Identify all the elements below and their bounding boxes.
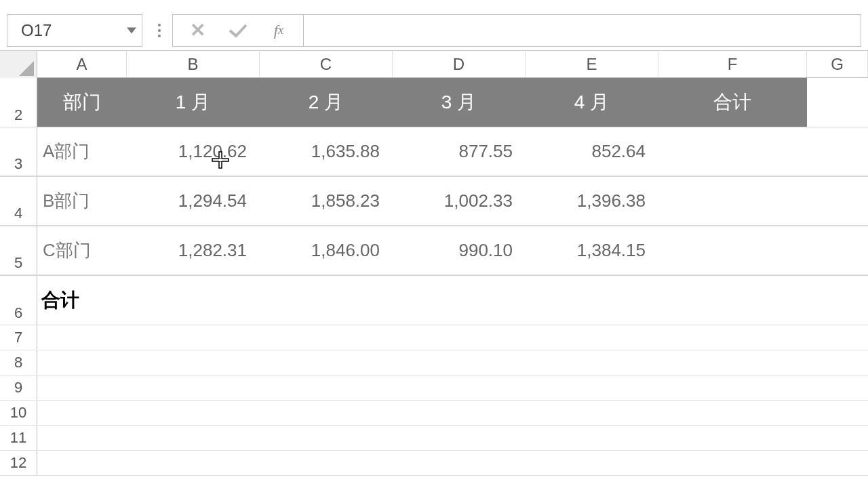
name-box-value: O17: [21, 21, 52, 40]
table-row: 3 A部门 1,120.62 1,635.88 877.55 852.64: [0, 127, 868, 177]
rows: 2 部门 1 月 2 月 3 月 4 月 合计 3 A部门 1,120.62 1…: [0, 78, 868, 476]
cell-dept[interactable]: A部门: [37, 127, 127, 176]
row-header-3[interactable]: 3: [0, 127, 37, 176]
cell-value[interactable]: 1,635.88: [260, 127, 393, 176]
col-header-A[interactable]: A: [37, 51, 127, 77]
col-header-C[interactable]: C: [260, 51, 393, 77]
cell-value[interactable]: [127, 276, 260, 325]
cell-value[interactable]: 877.55: [393, 127, 526, 176]
total-label[interactable]: 合计: [37, 276, 127, 325]
header-month4[interactable]: 4 月: [526, 78, 658, 127]
row-header-4[interactable]: 4: [0, 177, 37, 225]
cell-value[interactable]: 1,384.15: [526, 226, 658, 274]
cell-value[interactable]: [658, 226, 807, 274]
empty-row: 7: [0, 325, 868, 350]
select-all-corner[interactable]: [0, 51, 37, 78]
enter-icon[interactable]: [218, 15, 258, 46]
empty-row: 12: [0, 451, 868, 476]
row-header-11[interactable]: 11: [0, 426, 37, 450]
col-header-B[interactable]: B: [127, 51, 260, 77]
row-header-6[interactable]: 6: [0, 276, 37, 325]
col-header-G[interactable]: G: [807, 51, 868, 77]
cell-value[interactable]: [526, 276, 658, 325]
cell-value[interactable]: 1,002.33: [393, 177, 526, 225]
cell-value[interactable]: 1,120.62: [127, 127, 260, 176]
cell-value[interactable]: [658, 276, 807, 325]
cell-value[interactable]: [658, 177, 807, 225]
formula-bar: O17 ✕ fx: [0, 10, 868, 51]
cell-value[interactable]: [658, 127, 807, 176]
column-headers: A B C D E F G: [0, 51, 868, 78]
cell-value[interactable]: 852.64: [526, 127, 658, 176]
header-total[interactable]: 合计: [658, 78, 807, 127]
col-header-F[interactable]: F: [658, 51, 807, 77]
cancel-icon[interactable]: ✕: [177, 15, 218, 46]
cell-value[interactable]: 1,846.00: [260, 226, 393, 274]
empty-row: 8: [0, 350, 868, 375]
empty-row: 9: [0, 375, 868, 401]
cell-dept[interactable]: B部门: [37, 177, 127, 225]
empty-row: 11: [0, 426, 868, 451]
row-header-10[interactable]: 10: [0, 401, 37, 425]
empty-row: 10: [0, 401, 868, 426]
name-box[interactable]: O17: [7, 14, 142, 47]
cell-value[interactable]: [393, 276, 526, 325]
table-header-row: 2 部门 1 月 2 月 3 月 4 月 合计: [0, 78, 868, 127]
cell-dept[interactable]: C部门: [37, 226, 127, 274]
cell-value[interactable]: 990.10: [393, 226, 526, 274]
row-header-8[interactable]: 8: [0, 350, 37, 375]
spreadsheet-grid: A B C D E F G 2 部门 1 月 2 月 3 月 4 月 合计 3 …: [0, 51, 868, 476]
cell-value[interactable]: 1,282.31: [127, 226, 260, 274]
row-header-2[interactable]: 2: [0, 78, 37, 127]
row-header-12[interactable]: 12: [0, 451, 37, 475]
cell-value[interactable]: 1,396.38: [526, 177, 658, 225]
cell-value[interactable]: 1,294.54: [127, 177, 260, 225]
col-header-D[interactable]: D: [393, 51, 526, 77]
table-row: 4 B部门 1,294.54 1,858.23 1,002.33 1,396.3…: [0, 177, 868, 226]
row-header-9[interactable]: 9: [0, 375, 37, 400]
col-header-E[interactable]: E: [526, 51, 658, 77]
divider-dots-icon: [149, 24, 170, 37]
header-month3[interactable]: 3 月: [393, 78, 526, 127]
header-dept[interactable]: 部门: [37, 78, 127, 127]
row-header-5[interactable]: 5: [0, 226, 37, 274]
cell-value[interactable]: [260, 276, 393, 325]
fx-icon[interactable]: fx: [258, 15, 299, 46]
row-header-7[interactable]: 7: [0, 325, 37, 350]
header-month1[interactable]: 1 月: [127, 78, 260, 127]
formula-input[interactable]: [304, 14, 861, 47]
table-total-row: 6 合计: [0, 276, 868, 325]
dropdown-icon[interactable]: [127, 27, 136, 33]
header-month2[interactable]: 2 月: [260, 78, 393, 127]
formula-buttons: ✕ fx: [172, 14, 304, 47]
cell-value[interactable]: 1,858.23: [260, 177, 393, 225]
table-row: 5 C部门 1,282.31 1,846.00 990.10 1,384.15: [0, 226, 868, 276]
